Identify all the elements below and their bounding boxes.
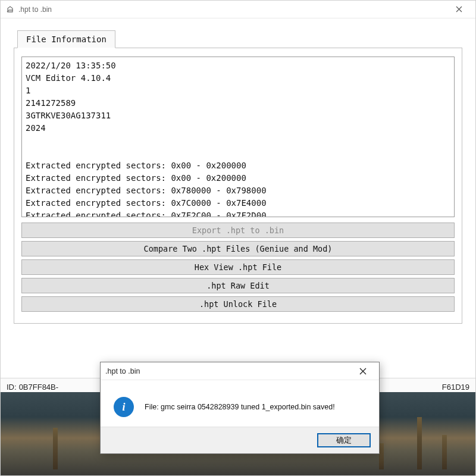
tab-panel: Export .hpt to .bin Compare Two .hpt Fil…: [14, 48, 462, 324]
dialog-button-row: 确定: [101, 427, 379, 453]
tab-container: File Information Export .hpt to .bin Com…: [14, 30, 462, 324]
info-icon: i: [114, 397, 134, 417]
button-group: Export .hpt to .bin Compare Two .hpt Fil…: [21, 223, 455, 312]
compare-button[interactable]: Compare Two .hpt Files (Geniue and Mod): [21, 241, 455, 256]
dialog-titlebar: .hpt to .bin: [101, 362, 379, 380]
window-title: .hpt to .bin: [18, 5, 447, 14]
app-icon: [5, 5, 15, 14]
id-label: ID:: [7, 383, 17, 392]
export-button[interactable]: Export .hpt to .bin: [21, 223, 455, 238]
dialog-title: .hpt to .bin: [105, 367, 352, 375]
raw-edit-button[interactable]: .hpt Raw Edit: [21, 278, 455, 293]
hex-view-button[interactable]: Hex View .hpt File: [21, 259, 455, 275]
dialog-message: File: gmc seirra 0542828939 tuned 1_expo…: [145, 403, 335, 411]
message-dialog: .hpt to .bin i File: gmc seirra 05428289…: [100, 362, 380, 454]
titlebar: .hpt to .bin: [1, 1, 475, 18]
ok-button[interactable]: 确定: [317, 433, 371, 447]
close-icon[interactable]: [447, 1, 471, 18]
tab-file-information[interactable]: File Information: [17, 30, 115, 48]
unlock-button[interactable]: .hpt Unlock File: [21, 296, 455, 312]
client-area: File Information Export .hpt to .bin Com…: [1, 18, 475, 330]
file-info-log[interactable]: [21, 57, 455, 217]
id-value-left: 0B7FF84B-: [19, 383, 58, 392]
dialog-body: i File: gmc seirra 0542828939 tuned 1_ex…: [101, 380, 379, 427]
dialog-close-icon[interactable]: [352, 364, 374, 379]
id-value-right: F61D19: [442, 383, 469, 392]
